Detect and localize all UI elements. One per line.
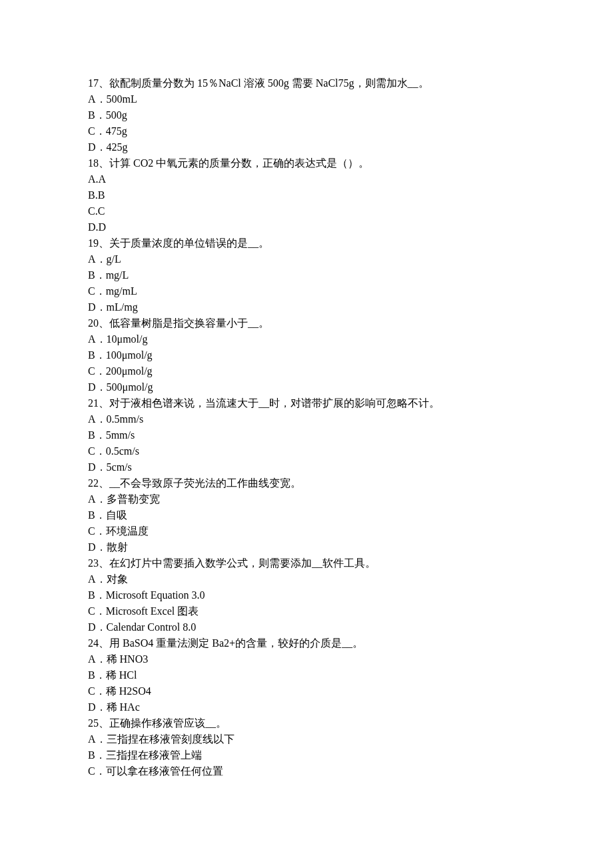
option-d: D．5cm/s (88, 459, 525, 475)
question-25: 25、正确操作移液管应该__。 A．三指捏在移液管刻度线以下 B．三指捏在移液管… (88, 715, 525, 779)
option-c: C．可以拿在移液管任何位置 (88, 763, 525, 779)
option-d: D．稀 HAc (88, 699, 525, 715)
question-text: 20、低容量树脂是指交换容量小于__。 (88, 315, 525, 331)
question-text: 22、__不会导致原子荧光法的工作曲线变宽。 (88, 475, 525, 491)
question-24: 24、用 BaSO4 重量法测定 Ba2+的含量，较好的介质是__。 A．稀 H… (88, 635, 525, 715)
question-22: 22、__不会导致原子荧光法的工作曲线变宽。 A．多普勒变宽 B．自吸 C．环境… (88, 475, 525, 555)
option-a: A．500mL (88, 91, 525, 107)
option-a: A．0.5mm/s (88, 411, 525, 427)
option-d: D．散射 (88, 539, 525, 555)
question-text: 17、欲配制质量分数为 15％NaCl 溶液 500g 需要 NaCl75g，则… (88, 75, 525, 91)
option-b: B．Microsoft Equation 3.0 (88, 587, 525, 603)
option-c: C．475g (88, 123, 525, 139)
question-text: 23、在幻灯片中需要插入数学公式，则需要添加__软件工具。 (88, 555, 525, 571)
option-a: A．多普勒变宽 (88, 491, 525, 507)
question-text: 24、用 BaSO4 重量法测定 Ba2+的含量，较好的介质是__。 (88, 635, 525, 651)
option-d: D.D (88, 219, 525, 235)
option-a: A．对象 (88, 571, 525, 587)
question-text: 25、正确操作移液管应该__。 (88, 715, 525, 731)
question-18: 18、计算 CO2 中氧元素的质量分数，正确的表达式是（）。 A.A B.B C… (88, 155, 525, 235)
question-text: 21、对于液相色谱来说，当流速大于__时，对谱带扩展的影响可忽略不计。 (88, 395, 525, 411)
option-b: B．5mm/s (88, 427, 525, 443)
option-c: C．环境温度 (88, 523, 525, 539)
question-17: 17、欲配制质量分数为 15％NaCl 溶液 500g 需要 NaCl75g，则… (88, 75, 525, 155)
question-text: 19、关于质量浓度的单位错误的是__。 (88, 235, 525, 251)
question-21: 21、对于液相色谱来说，当流速大于__时，对谱带扩展的影响可忽略不计。 A．0.… (88, 395, 525, 475)
option-a: A.A (88, 171, 525, 187)
option-a: A．10μmol/g (88, 331, 525, 347)
question-20: 20、低容量树脂是指交换容量小于__。 A．10μmol/g B．100μmol… (88, 315, 525, 395)
option-d: D．Calendar Control 8.0 (88, 619, 525, 635)
option-b: B．三指捏在移液管上端 (88, 747, 525, 763)
option-c: C．mg/mL (88, 283, 525, 299)
option-b: B．稀 HCl (88, 667, 525, 683)
document-content: 17、欲配制质量分数为 15％NaCl 溶液 500g 需要 NaCl75g，则… (88, 75, 525, 779)
option-b: B．自吸 (88, 507, 525, 523)
option-c: C．0.5cm/s (88, 443, 525, 459)
question-23: 23、在幻灯片中需要插入数学公式，则需要添加__软件工具。 A．对象 B．Mic… (88, 555, 525, 635)
option-a: A．g/L (88, 251, 525, 267)
option-b: B．mg/L (88, 267, 525, 283)
option-d: D．425g (88, 139, 525, 155)
option-c: C．Microsoft Excel 图表 (88, 603, 525, 619)
option-d: D．500μmol/g (88, 379, 525, 395)
question-text: 18、计算 CO2 中氧元素的质量分数，正确的表达式是（）。 (88, 155, 525, 171)
option-c: C．200μmol/g (88, 363, 525, 379)
question-19: 19、关于质量浓度的单位错误的是__。 A．g/L B．mg/L C．mg/mL… (88, 235, 525, 315)
option-c: C.C (88, 203, 525, 219)
option-a: A．稀 HNO3 (88, 651, 525, 667)
option-b: B.B (88, 187, 525, 203)
option-a: A．三指捏在移液管刻度线以下 (88, 731, 525, 747)
option-b: B．100μmol/g (88, 347, 525, 363)
option-d: D．mL/mg (88, 299, 525, 315)
option-c: C．稀 H2SO4 (88, 683, 525, 699)
option-b: B．500g (88, 107, 525, 123)
